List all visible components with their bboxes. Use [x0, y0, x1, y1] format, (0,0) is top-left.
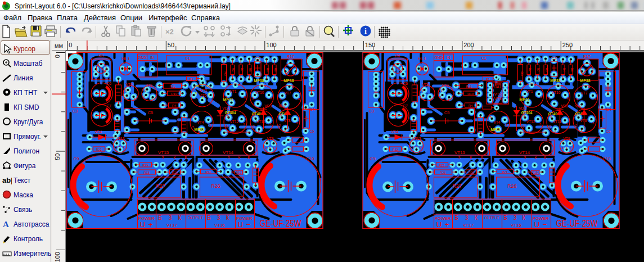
svg-text:0: 0	[69, 42, 72, 48]
svg-text:VT5: VT5	[494, 97, 502, 101]
svg-text:200: 200	[463, 42, 474, 48]
svg-text:0: 0	[54, 55, 61, 58]
svg-text:A: A	[3, 220, 9, 229]
svg-text:150: 150	[365, 42, 375, 48]
svg-text:×2: ×2	[165, 28, 174, 36]
svg-text:50: 50	[168, 42, 174, 48]
svg-text:250: 250	[562, 42, 573, 48]
svg-text:DA1: DA1	[494, 85, 502, 89]
svg-text:100: 100	[54, 252, 61, 262]
svg-text:VT2: VT2	[494, 92, 502, 96]
svg-text:ab|: ab|	[2, 176, 12, 184]
svg-text:50: 50	[54, 153, 61, 160]
svg-text:100: 100	[266, 42, 276, 48]
svg-text:i: i	[364, 27, 367, 35]
